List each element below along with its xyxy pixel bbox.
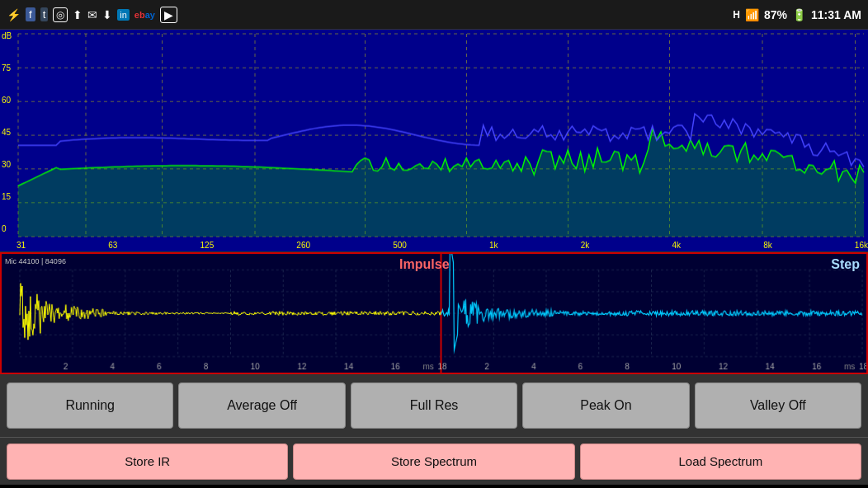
spectrum-display: dB 75 60 45 30 15 0 31 63 125 260 500 1k…	[0, 30, 868, 252]
spectrum-y-labels: dB 75 60 45 30 15 0	[2, 30, 12, 235]
status-right: H 📶 87% 🔋 11:31 AM	[733, 8, 861, 21]
h-icon: H	[733, 9, 740, 21]
time-display: 11:31 AM	[811, 8, 861, 21]
battery-icon: 🔋	[792, 8, 806, 21]
status-icons: ⚡ f t ◎ ⬆ ✉ ⬇ in ebay ▶	[7, 7, 177, 23]
store-ir-button[interactable]: Store IR	[7, 443, 288, 480]
valley-button[interactable]: Valley Off	[695, 382, 861, 429]
signal-icon: 📶	[745, 8, 759, 21]
spectrum-x-labels: 31 63 125 260 500 1k 2k 4k 8k 16k	[17, 241, 868, 250]
spectrum-canvas	[0, 30, 868, 251]
usb-icon: ⚡	[7, 8, 21, 21]
play-icon: ▶	[160, 7, 177, 23]
store-spectrum-button[interactable]: Store Spectrum	[293, 443, 574, 480]
control-buttons-area: Running Average Off Full Res Peak On Val…	[0, 374, 868, 437]
peak-button[interactable]: Peak On	[522, 382, 689, 429]
facebook-icon: f	[26, 7, 35, 21]
fullres-button[interactable]: Full Res	[351, 382, 517, 429]
step-label: Step	[831, 257, 860, 272]
running-button[interactable]: Running	[7, 382, 173, 429]
average-button[interactable]: Average Off	[178, 382, 345, 429]
upload-icon: ⬆	[73, 8, 83, 21]
status-bar: ⚡ f t ◎ ⬆ ✉ ⬇ in ebay ▶ H 📶 87% 🔋 11:31 …	[0, 0, 868, 30]
store-buttons-area: Store IR Store Spectrum Load Spectrum	[0, 437, 868, 485]
download-icon: ⬇	[102, 8, 112, 21]
battery-percent: 87%	[764, 8, 787, 21]
linkedin-icon: in	[117, 9, 130, 21]
tumblr-icon: t	[40, 7, 49, 21]
email-icon: ✉	[87, 8, 97, 21]
impulse-display: Mic 44100 | 84096 Impulse Step	[0, 252, 868, 374]
instagram-icon: ◎	[53, 7, 68, 22]
mic-label: Mic 44100 | 84096	[5, 257, 66, 265]
ebay-icon: ebay	[134, 10, 155, 20]
load-spectrum-button[interactable]: Load Spectrum	[580, 443, 861, 480]
impulse-label: Impulse	[399, 257, 449, 272]
